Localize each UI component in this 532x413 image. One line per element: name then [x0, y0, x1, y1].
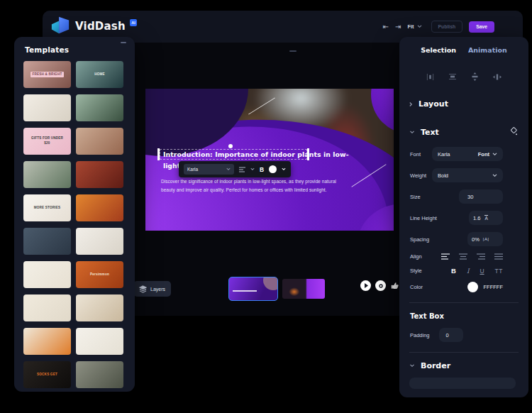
- template-thumbnail-chef-card[interactable]: [76, 228, 123, 255]
- template-thumbnail-more-stories[interactable]: MORE STORIES: [23, 194, 71, 221]
- distribute-vertical-icon[interactable]: [471, 72, 479, 81]
- line-height-value: 1.6: [473, 215, 480, 221]
- template-thumbnail-houses[interactable]: [76, 361, 123, 388]
- template-thumbnail-natural-routine[interactable]: [76, 128, 123, 155]
- text-color-swatch[interactable]: [269, 165, 277, 173]
- chevron-down-icon: [409, 364, 415, 368]
- templates-title: Templates: [25, 45, 69, 54]
- line-height-input[interactable]: 1.6 A: [469, 211, 503, 225]
- template-thumbnail-photo-collage[interactable]: [23, 161, 71, 188]
- italic-style-button[interactable]: I: [467, 268, 470, 275]
- template-thumbnail-green-product[interactable]: [76, 94, 123, 121]
- play-icon: [364, 283, 368, 288]
- slide-thumbnail[interactable]: [282, 279, 325, 299]
- textbox-title: Text Box: [410, 312, 444, 320]
- template-thumbnail-persimmon[interactable]: Persimmon: [76, 261, 123, 288]
- chevron-down-icon: [409, 131, 415, 134]
- template-thumbnail-quote-slate[interactable]: [23, 228, 71, 255]
- letter-spacing-icon: |A|: [483, 237, 489, 241]
- align-label: Align: [410, 253, 422, 260]
- template-thumbnail-label: SOCKS GET: [35, 372, 60, 378]
- publish-button[interactable]: Publish: [431, 21, 463, 33]
- template-thumbnail-red-lips-portrait[interactable]: [76, 161, 123, 188]
- weight-value: Bold: [438, 172, 448, 179]
- align-left-icon[interactable]: [441, 253, 450, 260]
- resize-handle[interactable]: [289, 50, 297, 52]
- line-height-row: Line Height 1.6 A: [399, 211, 528, 225]
- template-thumbnail-orange-three[interactable]: [23, 328, 71, 355]
- style-label: Style: [410, 268, 422, 274]
- padding-input[interactable]: 0: [439, 328, 463, 342]
- spacing-input[interactable]: 0% |A|: [467, 232, 503, 246]
- template-thumbnail-fresh-and-bright[interactable]: FRESH & BRIGHT: [23, 61, 71, 88]
- align-horizontal-center-icon[interactable]: [426, 72, 434, 81]
- slide-thumbnail-selected[interactable]: [228, 277, 278, 301]
- save-button[interactable]: Save: [469, 21, 494, 33]
- body-line1: Discover the significance of indoor plan…: [161, 177, 345, 186]
- undo-icon[interactable]: ⇤: [383, 23, 389, 31]
- template-thumbnail-label: GIFTS FOR UNDER $20: [27, 136, 68, 147]
- size-input[interactable]: 30: [459, 189, 503, 204]
- eyedropper-icon[interactable]: [509, 126, 518, 138]
- distribute-horizontal-icon[interactable]: [493, 72, 501, 81]
- chevron-down-icon[interactable]: [282, 167, 286, 171]
- size-label: Size: [410, 194, 421, 200]
- weight-select[interactable]: Bold: [432, 168, 503, 182]
- layout-title: Layout: [419, 99, 448, 109]
- tab-selection[interactable]: Selection: [421, 46, 456, 54]
- align-vertical-center-icon[interactable]: [448, 72, 457, 81]
- chevron-down-icon: [226, 167, 231, 171]
- align-right-icon[interactable]: [477, 253, 485, 260]
- text-section-header[interactable]: Text: [399, 126, 528, 138]
- playback-controls: [360, 280, 399, 291]
- scrollbar-thumb[interactable]: [121, 42, 126, 43]
- video-preview[interactable]: Introduction: Importance of indoor plant…: [145, 89, 394, 231]
- color-swatch[interactable]: [467, 282, 478, 292]
- border-section-header[interactable]: Border: [399, 361, 528, 370]
- font-button-label: Font: [478, 151, 489, 158]
- layers-button[interactable]: Layers: [133, 281, 171, 297]
- font-select[interactable]: Karla Font: [432, 147, 503, 161]
- line-height-label: Line Height: [410, 215, 437, 221]
- template-thumbnail-citrus-fruits[interactable]: [76, 194, 123, 221]
- template-thumbnail-gifts-under-20[interactable]: GIFTS FOR UNDER $20: [23, 128, 71, 155]
- template-thumbnail-white-promo-card[interactable]: [23, 94, 71, 121]
- underline-style-button[interactable]: U: [480, 268, 484, 275]
- thumbs-up-icon[interactable]: [390, 281, 399, 290]
- rotation-handle[interactable]: [228, 144, 233, 148]
- font-row: Font Karla Font: [399, 147, 528, 161]
- tab-animation[interactable]: Animation: [468, 46, 507, 54]
- template-thumbnail-recipe-list[interactable]: [23, 294, 71, 321]
- play-button[interactable]: [360, 280, 371, 291]
- style-row: Style B I U TT: [399, 267, 528, 275]
- templates-grid: FRESH & BRIGHTHOMEGIFTS FOR UNDER $20MOR…: [14, 60, 135, 388]
- preview-button[interactable]: [375, 280, 386, 291]
- redo-icon[interactable]: ⇥: [395, 23, 401, 31]
- slide-body-text[interactable]: Discover the significance of indoor plan…: [161, 177, 345, 195]
- font-value: Karla: [438, 151, 450, 158]
- text-align-icon[interactable]: [239, 167, 245, 172]
- logo[interactable]: VidDash AI: [50, 16, 137, 38]
- alignment-tools: [399, 72, 528, 81]
- template-thumbnail-home-interior[interactable]: HOME: [76, 61, 123, 88]
- font-family-select[interactable]: Karla: [184, 164, 234, 175]
- slide-title-line1[interactable]: Introduction: Importance of indoor plant…: [160, 149, 307, 160]
- uppercase-style-button[interactable]: TT: [495, 268, 503, 275]
- spacing-row: Spacing 0% |A|: [399, 232, 528, 246]
- template-thumbnail-soup-bowl[interactable]: [76, 294, 123, 321]
- chevron-down-icon[interactable]: [250, 167, 255, 171]
- selection-handle-right[interactable]: [307, 148, 309, 160]
- zoom-fit-dropdown[interactable]: Fit: [407, 23, 421, 30]
- bold-button[interactable]: B: [260, 166, 264, 173]
- border-input-clipped[interactable]: [409, 378, 516, 389]
- template-thumbnail-socks-dark[interactable]: SOCKS GET: [23, 361, 71, 388]
- font-label: Font: [410, 151, 421, 158]
- align-center-icon[interactable]: [459, 253, 467, 260]
- template-thumbnail-steps-list[interactable]: [76, 328, 123, 355]
- layout-section-header[interactable]: Layout: [399, 99, 528, 109]
- spacing-value: 0%: [472, 236, 480, 243]
- align-justify-icon[interactable]: [494, 253, 503, 260]
- template-thumbnail-script-card[interactable]: [23, 261, 71, 288]
- bold-style-button[interactable]: B: [451, 267, 456, 275]
- selection-handle-left[interactable]: [157, 148, 160, 160]
